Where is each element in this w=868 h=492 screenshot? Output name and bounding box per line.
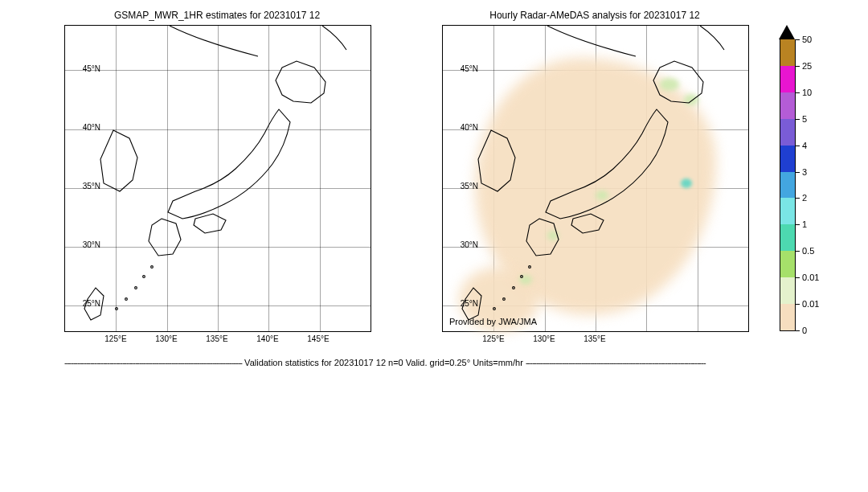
xtick: 130°E xyxy=(528,334,560,343)
ytick: 40°N xyxy=(446,123,478,132)
svg-point-8 xyxy=(503,298,506,301)
svg-point-4 xyxy=(116,308,118,310)
svg-point-5 xyxy=(529,266,531,269)
right-map-title: Hourly Radar-AMeDAS analysis for 2023101… xyxy=(442,10,747,21)
xtick: 130°E xyxy=(150,334,182,343)
map-attribution: Provided by JWA/JMA xyxy=(449,317,537,326)
xtick: 135°E xyxy=(201,334,233,343)
svg-point-9 xyxy=(493,308,496,310)
ytick: 25°N xyxy=(68,299,100,308)
cbar-tick-label: 10 xyxy=(802,88,812,97)
cbar-tick-label: 0.01 xyxy=(802,299,819,309)
ytick: 25°N xyxy=(446,299,478,308)
ytick: 30°N xyxy=(68,240,100,249)
colorbar: 50 25 10 5 4 3 2 1 0.5 0.01 0.01 0 xyxy=(780,25,828,330)
xtick: 125°E xyxy=(477,334,510,343)
japan-coastline-right xyxy=(443,26,748,331)
svg-point-1 xyxy=(143,276,145,278)
footer-text: Validation statistics for 20231017 12 n=… xyxy=(244,358,523,367)
svg-point-0 xyxy=(151,266,154,269)
cbar-tick-label: 5 xyxy=(802,114,807,124)
cbar-tick-label: 2 xyxy=(802,193,807,203)
ytick: 45°N xyxy=(68,64,100,73)
xtick: 140°E xyxy=(252,334,284,343)
colorbar-overflow-arrow xyxy=(779,25,795,39)
cbar-tick-label: 0.5 xyxy=(802,246,814,256)
cbar-tick-label: 0.01 xyxy=(802,273,819,282)
xtick: 125°E xyxy=(100,334,132,343)
svg-point-3 xyxy=(125,298,128,301)
japan-coastline-left xyxy=(65,26,371,331)
cbar-tick-label: 50 xyxy=(802,35,812,44)
svg-point-7 xyxy=(513,287,515,289)
ytick: 30°N xyxy=(446,240,478,249)
ytick: 45°N xyxy=(446,64,478,73)
footer-stats: ----------------------------------------… xyxy=(64,358,836,367)
cbar-tick-label: 1 xyxy=(802,219,807,229)
ytick: 35°N xyxy=(68,182,100,191)
right-map-panel: Provided by JWA/JMA xyxy=(442,25,749,332)
cbar-tick-label: 3 xyxy=(802,167,807,177)
left-map-panel xyxy=(64,25,371,332)
svg-point-6 xyxy=(521,276,523,278)
svg-point-2 xyxy=(135,287,137,289)
cbar-tick-label: 4 xyxy=(802,141,807,150)
xtick: 145°E xyxy=(302,334,334,343)
cbar-tick-label: 0 xyxy=(802,326,807,335)
ytick: 35°N xyxy=(446,182,478,191)
cbar-tick-label: 25 xyxy=(802,61,812,71)
left-map-title: GSMAP_MWR_1HR estimates for 20231017 12 xyxy=(64,10,370,21)
xtick: 135°E xyxy=(579,334,611,343)
ytick: 40°N xyxy=(68,123,100,132)
